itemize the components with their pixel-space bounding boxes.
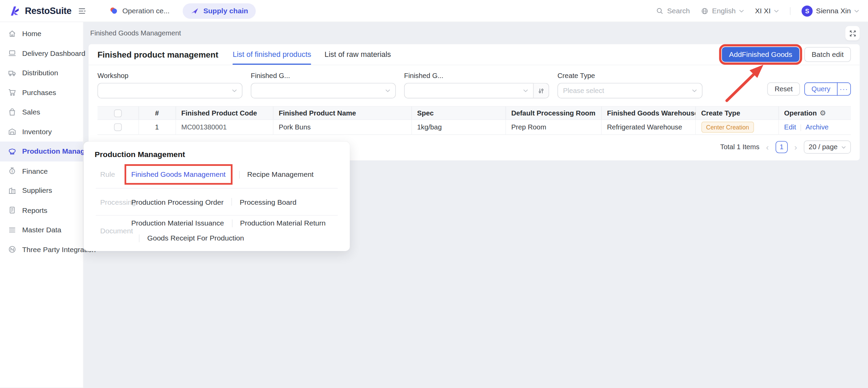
pagination-prev-button[interactable]: ‹: [765, 142, 770, 152]
filter-settings-button[interactable]: [534, 83, 549, 98]
top-tab-supply-chain[interactable]: Supply chain: [183, 3, 256, 18]
archive-link[interactable]: Archive: [806, 123, 829, 131]
sidebar-item-reports[interactable]: Reports: [0, 200, 83, 220]
filter-bar: WorkshopFinished G...Finished G...Create…: [89, 65, 860, 106]
row-checkbox[interactable]: [114, 124, 122, 131]
pagination-total: Total 1 Items: [720, 143, 760, 151]
pagination-page-1[interactable]: 1: [776, 141, 788, 153]
flyout-item-divider: [231, 198, 232, 206]
page-size-select[interactable]: 20 / page: [804, 140, 851, 154]
table-row: 1MC001380001Pork Buns1kg/bagPrep RoomRef…: [98, 120, 851, 135]
sidebar-item-label: Reports: [22, 206, 47, 214]
reports-icon: [8, 206, 17, 215]
user-menu[interactable]: S Sienna Xin: [801, 5, 859, 16]
flyout-category-label: Document: [100, 227, 131, 235]
filter-select-2[interactable]: [404, 83, 534, 98]
query-button[interactable]: Query: [804, 82, 837, 96]
sidebar-item-finance[interactable]: $Finance: [0, 161, 83, 181]
sidebar-item-suppliers[interactable]: Suppliers: [0, 181, 83, 201]
flyout-item-production-processing-order[interactable]: Production Processing Order: [131, 198, 224, 206]
spec-cell: 1kg/bag: [411, 120, 505, 135]
production-management-flyout: Production Management RuleFinished Goods…: [84, 142, 350, 251]
flyout-item-divider: [239, 171, 239, 179]
column-settings-gear-icon[interactable]: ⚙: [820, 109, 826, 117]
purchases-icon: [8, 88, 17, 97]
flyout-item-finished-goods-management[interactable]: Finished Goods Management: [131, 170, 226, 179]
select-all-checkbox[interactable]: [114, 109, 122, 117]
processing-room-cell: Prep Room: [505, 120, 601, 135]
sidebar-collapse-icon[interactable]: [77, 6, 86, 15]
flyout-item-production-material-issuance[interactable]: Production Material Issuance: [131, 219, 224, 227]
column-header-default-processing-room: Default Processing Room: [505, 106, 601, 120]
row-select-cell: [98, 120, 138, 135]
tab-list-of-raw-materials[interactable]: List of raw materials: [324, 44, 391, 65]
user-name: Sienna Xin: [816, 6, 851, 15]
filter-select-0[interactable]: [98, 83, 242, 98]
batch-edit-button[interactable]: Batch edit: [805, 47, 851, 62]
org-switcher[interactable]: XI XI: [755, 6, 779, 15]
sidebar-item-inventory[interactable]: Inventory: [0, 122, 83, 142]
sidebar-item-distribution[interactable]: Distribution: [0, 63, 83, 83]
sidebar-item-label: Sales: [22, 108, 40, 116]
row-index-cell: 1: [138, 120, 176, 135]
column-header-finished-product-name: Finished Product Name: [273, 106, 411, 120]
filter-field-workshop-0: Workshop: [98, 72, 242, 98]
chevron-down-icon: [854, 9, 859, 13]
sidebar-item-production-management[interactable]: Production Management: [0, 142, 83, 161]
chevron-down-icon: [692, 89, 697, 92]
tab-list-of-finished-products[interactable]: List of finished products: [233, 44, 311, 65]
column-header-label: Finished Product Name: [279, 109, 356, 117]
settings-sliders-icon: [538, 87, 545, 94]
sidebar-item-label: Purchases: [22, 88, 56, 96]
filter-field-create-type-3: Create TypePlease select: [557, 72, 702, 98]
breadcrumb: Finished Goods Management: [89, 29, 181, 37]
action-divider: [800, 124, 801, 131]
chevron-down-icon: [523, 89, 528, 92]
integration-icon: [8, 245, 17, 254]
sidebar-item-purchases[interactable]: Purchases: [0, 83, 83, 103]
column-header-finished-product-code: Finished Product Code: [176, 106, 273, 120]
brand-name: RestoSuite: [25, 5, 72, 16]
query-more-button[interactable]: ···: [837, 82, 851, 96]
reset-button[interactable]: Reset: [767, 82, 800, 96]
search-label: Search: [667, 6, 690, 15]
create-type-badge: Center Creation: [701, 122, 754, 133]
language-switcher[interactable]: English: [701, 6, 744, 15]
create-type-cell: Center Creation: [695, 120, 778, 135]
page-tabs: List of finished productsList of raw mat…: [233, 44, 391, 65]
filter-actions: Reset Query ···: [767, 72, 851, 98]
filter-field-label: Create Type: [557, 72, 702, 80]
topbar: RestoSuite Operation ce...Supply chain S…: [0, 0, 868, 22]
distribution-icon: [8, 68, 17, 77]
edit-link[interactable]: Edit: [784, 123, 796, 131]
sidebar-item-home[interactable]: Home: [0, 24, 83, 44]
query-button-group: Query ···: [804, 82, 851, 96]
production-icon: [8, 147, 17, 156]
column-header-label: Operation: [784, 109, 817, 117]
flyout-section-rule: RuleFinished Goods ManagementRecipe Mana…: [92, 162, 341, 187]
flyout-item-recipe-management[interactable]: Recipe Management: [247, 170, 314, 179]
flyout-section-divider: [96, 215, 338, 216]
add-finished-goods-button[interactable]: AddFinished Goods: [722, 47, 799, 62]
flyout-item-goods-receipt-for-production[interactable]: Goods Receipt For Production: [147, 234, 244, 242]
header-actions: AddFinished Goods Batch edit: [722, 44, 851, 65]
flyout-item-production-material-return[interactable]: Production Material Return: [240, 219, 326, 227]
sidebar-item-master-data[interactable]: Master Data: [0, 220, 83, 240]
finished-goods-table: #Finished Product CodeFinished Product N…: [98, 106, 851, 135]
filter-select-3[interactable]: Please select: [557, 83, 702, 98]
fullscreen-button[interactable]: [845, 26, 859, 40]
column-header-: #: [138, 106, 176, 120]
sidebar-item-sales[interactable]: Sales: [0, 102, 83, 122]
warehouse-cell: Refrigerated Warehouse: [601, 120, 695, 135]
sidebar-item-three-party-integration[interactable]: Three Party Integration: [0, 240, 83, 260]
global-search[interactable]: Search: [656, 6, 690, 15]
flyout-item-processing-board[interactable]: Processing Board: [240, 198, 297, 206]
language-label: English: [712, 6, 736, 15]
brand[interactable]: RestoSuite: [9, 5, 74, 17]
top-tab-operation-ce[interactable]: Operation ce...: [102, 3, 177, 18]
topbar-right: Search English XI XI S Sienna Xin: [656, 5, 859, 16]
filter-select-1[interactable]: [251, 83, 396, 98]
flyout-section-document: DocumentProduction Material IssuanceProd…: [92, 217, 341, 244]
pagination-next-button[interactable]: ›: [793, 142, 798, 152]
sidebar-item-delivery-dashboard[interactable]: Delivery Dashboard: [0, 43, 83, 63]
